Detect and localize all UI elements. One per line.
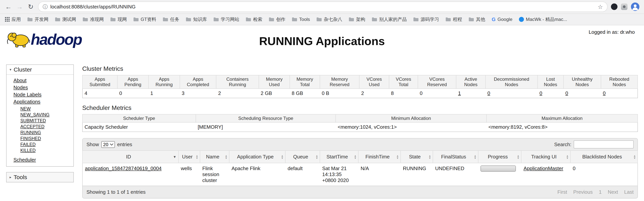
bookmark-folder[interactable]: 学习网站 (214, 16, 239, 22)
metric-containers-running: 2 (216, 89, 258, 98)
col-header-id[interactable]: ID▼ (82, 151, 178, 163)
sidebar-app-state-item: SUBMITTED (20, 118, 74, 123)
bookmark-folder[interactable]: 现网 (110, 16, 127, 22)
app-state-link[interactable]: FINISHED (20, 136, 41, 141)
metric-memory-total: 8 GB (290, 89, 320, 98)
pagination-button[interactable]: Next (608, 189, 618, 195)
cell-tracking-ui: ApplicationMaster (521, 163, 570, 186)
bookmark-label: 别人家的产品 (379, 16, 407, 22)
sort-both-icon: ▲▼ (474, 155, 476, 159)
cell-user: wells (178, 163, 200, 186)
app-state-link[interactable]: NEW (20, 106, 31, 111)
bookmark-folder[interactable]: 其他 (468, 16, 485, 22)
pagination-button[interactable]: Last (624, 189, 634, 195)
bookmark-folder[interactable]: 任务 (163, 16, 179, 22)
cluster-nav-header[interactable]: ▾ Cluster (6, 65, 74, 75)
address-bar[interactable]: ⓘ localhost:8088/cluster/apps/RUNNING ☆ (38, 1, 608, 12)
bookmark-star-icon[interactable]: ☆ (598, 3, 603, 10)
app-state-link[interactable]: SUBMITTED (20, 118, 46, 123)
bookmark-macwk[interactable]: MacWk - 精品mac... (519, 16, 567, 22)
col-header-name[interactable]: Name▲▼ (200, 151, 229, 163)
sidebar-link[interactable]: Node Labels (14, 92, 42, 97)
sort-both-icon: ▲▼ (396, 155, 399, 159)
folder-icon (246, 17, 251, 21)
app-state-link[interactable]: FAILED (20, 142, 36, 147)
sidebar-link[interactable]: Applications (14, 99, 40, 105)
bookmarks-bar: 应用 开发网 测试网 准现网 (0, 14, 644, 25)
extension-icon[interactable] (621, 3, 628, 10)
metric-header: Memory Total (290, 75, 320, 89)
extension-dark-icon[interactable] (611, 3, 618, 10)
url-text: localhost:8088/cluster/apps/RUNNING (50, 4, 595, 10)
bookmark-folder[interactable]: Tools (292, 17, 310, 22)
app-state-link[interactable]: RUNNING (20, 130, 41, 135)
bookmark-folder[interactable]: 准现网 (82, 16, 104, 22)
metric-memory-used: 2 GB (259, 89, 290, 98)
sidebar-link[interactable]: About (14, 77, 26, 83)
unhealthy-nodes-link[interactable]: 0 (566, 90, 568, 96)
app-state-link[interactable]: ACCEPTED (20, 124, 44, 129)
pagination-button[interactable]: Previous (573, 189, 593, 195)
sort-both-icon: ▲▼ (316, 155, 318, 159)
bookmark-google[interactable]: G Google (492, 16, 512, 22)
bookmark-folder[interactable]: 架构 (349, 16, 365, 22)
col-header-finalstatus[interactable]: FinalStatus▲▼ (433, 151, 478, 163)
metric-header: Decommissioned Nodes (486, 75, 538, 89)
bookmark-label: 任务 (170, 16, 179, 22)
col-header-queue[interactable]: Queue▲▼ (285, 151, 320, 163)
col-header-application-type[interactable]: Application Type▲▼ (229, 151, 285, 163)
search-input[interactable] (574, 140, 634, 149)
bookmark-folder[interactable]: 创作 (269, 16, 285, 22)
pagination-button[interactable]: First (557, 189, 567, 195)
bookmark-label: MacWk - 精品mac... (526, 16, 567, 22)
tools-nav-box: ▸ Tools (6, 172, 74, 182)
rebooted-nodes-link[interactable]: 0 (603, 90, 606, 96)
folder-icon (316, 17, 322, 21)
back-icon[interactable]: ← (4, 3, 12, 10)
col-header-tracking-ui[interactable]: Tracking UI▲▼ (521, 151, 570, 163)
bookmark-folder[interactable]: 别人家的产品 (372, 16, 407, 22)
bookmark-label: 现网 (118, 16, 127, 22)
bookmark-folder[interactable]: 程程 (446, 16, 462, 22)
tracking-ui-link[interactable]: ApplicationMaster (524, 166, 563, 171)
cluster-nav-title: Cluster (14, 66, 32, 73)
bookmark-folder[interactable]: GT资料 (133, 16, 156, 22)
bookmark-folder[interactable]: 源码学习 (413, 16, 439, 22)
metric-vcores-used: 2 (359, 89, 389, 98)
lost-nodes-link[interactable]: 0 (540, 90, 542, 96)
sidebar: ▾ Cluster AboutNodesNode LabelsApplicati… (6, 64, 74, 182)
application-id-link[interactable]: application_1584728740619_0004 (85, 166, 162, 171)
app-state-link[interactable]: KILLED (20, 148, 36, 153)
bookmark-folder[interactable]: 知识库 (186, 16, 207, 22)
person-icon (631, 2, 640, 11)
app-state-link[interactable]: NEW_SAVING (20, 112, 50, 117)
col-header-starttime[interactable]: StartTime▲▼ (320, 151, 358, 163)
col-header-state[interactable]: State▲▼ (400, 151, 433, 163)
col-header-user[interactable]: User▲▼ (178, 151, 200, 163)
reload-icon[interactable]: ↻ (27, 3, 34, 10)
metric-header: Active Nodes (456, 75, 486, 89)
bookmark-folder[interactable]: 开发网 (27, 16, 48, 22)
sidebar-link-scheduler[interactable]: Scheduler (14, 157, 36, 163)
cluster-metrics-value-row: 4 0 1 3 2 2 GB 8 GB 0 B 2 8 0 1 0 0 0 0 (82, 89, 638, 98)
bookmark-folder[interactable]: 检索 (246, 16, 262, 22)
sidebar-link[interactable]: Nodes (14, 85, 28, 90)
bookmark-folder[interactable]: 测试网 (55, 16, 76, 22)
page-size-select[interactable]: 20 (101, 141, 115, 148)
col-header-blacklisted-nodes[interactable]: Blacklisted Nodes▲▼ (570, 151, 638, 163)
forward-icon[interactable]: → (16, 3, 24, 10)
col-header-finishtime[interactable]: FinishTime▲▼ (358, 151, 400, 163)
sort-desc-icon: ▼ (173, 155, 176, 159)
chevron-down-icon: ▾ (10, 67, 11, 72)
cell-state: RUNNING (400, 163, 433, 186)
col-header-progress[interactable]: Progress▲▼ (478, 151, 521, 163)
bookmark-folder[interactable]: 杂七杂八 (316, 16, 342, 22)
site-info-icon[interactable]: ⓘ (43, 3, 48, 10)
decommissioned-nodes-link[interactable]: 0 (488, 90, 490, 96)
bookmark-apps[interactable]: 应用 (5, 16, 21, 22)
cell-queue: default (285, 163, 320, 186)
tools-nav-header[interactable]: ▸ Tools (6, 173, 74, 182)
profile-avatar[interactable] (631, 2, 640, 11)
pagination-button[interactable]: 1 (599, 189, 602, 195)
active-nodes-link[interactable]: 1 (458, 90, 461, 96)
